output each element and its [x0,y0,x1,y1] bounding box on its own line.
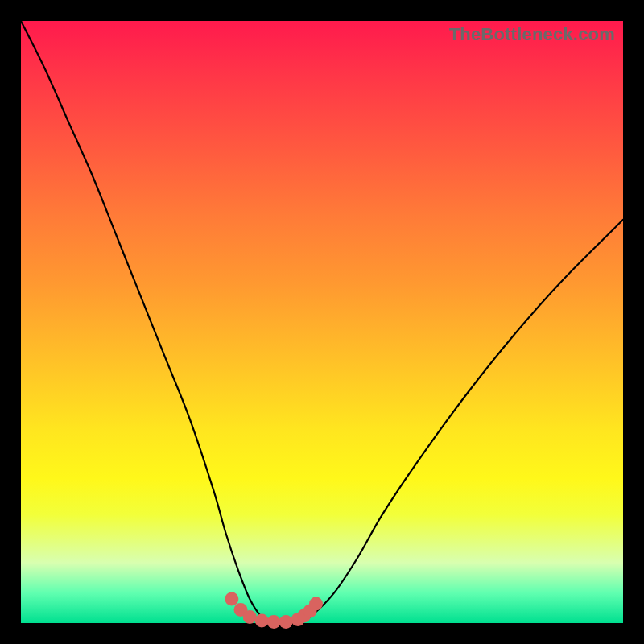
svg-point-3 [255,614,269,628]
chart-frame: TheBottleneck.com [0,0,644,644]
chart-svg [21,21,623,623]
svg-point-5 [279,615,293,629]
svg-point-2 [243,610,257,624]
highlight-dots [225,592,323,629]
svg-point-0 [225,592,238,606]
plot-area: TheBottleneck.com [21,21,623,623]
curve-line [21,21,623,624]
svg-point-9 [309,597,323,611]
svg-point-4 [267,615,281,629]
